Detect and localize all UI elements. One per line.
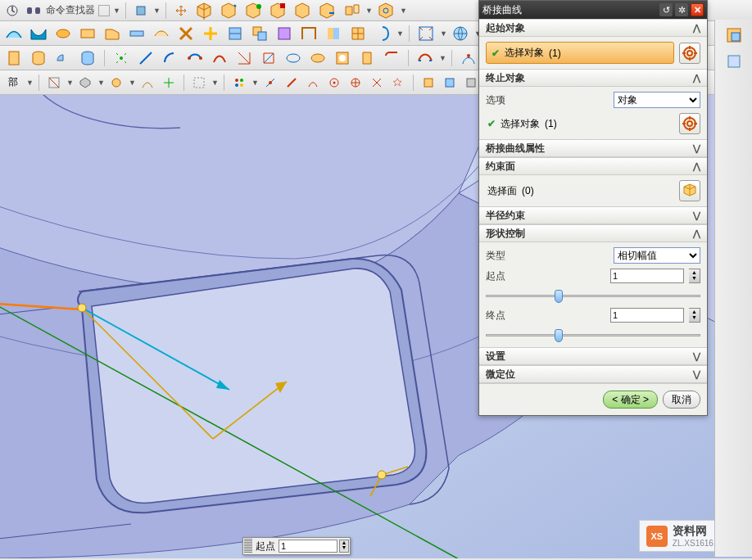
- panel-gear-icon[interactable]: ✲: [675, 3, 688, 16]
- disp3-icon[interactable]: [462, 74, 480, 92]
- endpt-spinner[interactable]: ▲▼: [689, 308, 700, 323]
- prim1-icon[interactable]: [3, 47, 25, 69]
- finder-dropdown[interactable]: ▼: [113, 7, 120, 15]
- surf7-icon[interactable]: [151, 23, 172, 44]
- curve6-icon[interactable]: [233, 47, 255, 69]
- curve10-icon[interactable]: [332, 47, 353, 69]
- endpt-slider[interactable]: [486, 327, 700, 342]
- sel6-icon[interactable]: [190, 74, 208, 92]
- cube2-icon[interactable]: [218, 0, 239, 21]
- surf14-icon[interactable]: [323, 23, 344, 44]
- startpt-slider[interactable]: [486, 288, 700, 303]
- float-value-input[interactable]: [279, 540, 337, 553]
- section-constraint-face[interactable]: 约束面 ⋀: [479, 157, 707, 175]
- cube6-icon[interactable]: [316, 0, 337, 21]
- type-select[interactable]: 相切幅值: [614, 247, 700, 264]
- surf5-icon[interactable]: [102, 23, 123, 44]
- float-start-input[interactable]: 起点 ▲▼: [242, 537, 351, 555]
- curve3-icon[interactable]: [160, 47, 181, 69]
- curve8-icon[interactable]: [283, 47, 304, 69]
- fit-dropdown[interactable]: ▼: [440, 29, 446, 38]
- surf-dropdown[interactable]: ▼: [396, 29, 403, 38]
- cube8-icon[interactable]: [375, 0, 396, 21]
- history-icon[interactable]: [3, 2, 21, 20]
- snap7-icon[interactable]: [368, 74, 386, 92]
- sel2-icon[interactable]: [76, 74, 94, 92]
- prim2-icon[interactable]: [28, 47, 49, 69]
- snap6-icon[interactable]: [347, 74, 365, 92]
- surf6-icon[interactable]: [126, 23, 147, 44]
- sel1-dd[interactable]: ▼: [66, 79, 73, 87]
- bridge-icon[interactable]: [415, 47, 436, 69]
- section-fine-position[interactable]: 微定位 ⋁: [479, 365, 707, 383]
- prim4-icon[interactable]: [77, 47, 98, 69]
- start-target-button[interactable]: [679, 43, 700, 64]
- face-select-object[interactable]: 选择面 (0): [486, 181, 579, 201]
- sel6-dd[interactable]: ▼: [211, 79, 218, 87]
- move-icon[interactable]: [172, 2, 190, 20]
- disp2-icon[interactable]: [441, 74, 459, 92]
- surf3-icon[interactable]: [52, 23, 74, 44]
- sel3-icon[interactable]: [107, 74, 125, 92]
- section-shape-control[interactable]: 形状控制 ⋀: [479, 224, 707, 242]
- surf4-icon[interactable]: [77, 23, 98, 44]
- end-target-button[interactable]: [679, 113, 700, 134]
- curve4-icon[interactable]: [184, 47, 206, 69]
- dock-icon-1[interactable]: [723, 25, 745, 46]
- cube8-dropdown[interactable]: ▼: [400, 7, 406, 15]
- sel1-icon[interactable]: [45, 74, 63, 92]
- curve11-icon[interactable]: [356, 47, 378, 69]
- surf10-icon[interactable]: [224, 23, 246, 44]
- surf11-icon[interactable]: [249, 23, 270, 44]
- cube7-icon[interactable]: [341, 0, 362, 21]
- section-radius-constraint[interactable]: 半径约束 ⋁: [479, 206, 707, 224]
- end-option-select[interactable]: 对象: [614, 92, 700, 108]
- sel2-dd[interactable]: ▼: [97, 79, 104, 87]
- surf2-icon[interactable]: [28, 23, 49, 44]
- snap4-icon[interactable]: [304, 74, 322, 92]
- curve9-icon[interactable]: [307, 47, 328, 69]
- section-bridge-props[interactable]: 桥接曲线属性 ⋁: [479, 139, 707, 157]
- cube4-icon[interactable]: [267, 0, 288, 21]
- float-spinner[interactable]: ▲▼: [339, 540, 349, 553]
- endpt-input[interactable]: [610, 308, 684, 323]
- surf15-icon[interactable]: [347, 23, 369, 44]
- tool-dropdown[interactable]: ▼: [153, 7, 160, 15]
- surf16-icon[interactable]: [372, 23, 393, 44]
- ok-button[interactable]: < 确定 >: [603, 391, 658, 409]
- snap1-dd[interactable]: ▼: [251, 79, 258, 87]
- curve5-icon[interactable]: [209, 47, 230, 69]
- sel3-dd[interactable]: ▼: [129, 79, 135, 87]
- face-pick-button[interactable]: [679, 180, 700, 201]
- startpt-input[interactable]: [610, 269, 684, 283]
- panel-close-icon[interactable]: ✕: [691, 3, 704, 16]
- cancel-button[interactable]: 取消: [663, 391, 700, 409]
- curve1-icon[interactable]: [111, 47, 132, 69]
- start-select-object[interactable]: ✔ 选择对象 (1): [486, 42, 674, 64]
- cube1-icon[interactable]: [193, 0, 215, 21]
- cube5-icon[interactable]: [292, 0, 313, 21]
- sel5-icon[interactable]: [160, 74, 178, 92]
- snap8-icon[interactable]: [389, 74, 407, 92]
- panel-reset-icon[interactable]: ↺: [659, 3, 673, 16]
- curve2-icon[interactable]: [135, 47, 156, 69]
- panel-titlebar[interactable]: 桥接曲线 ↺ ✲ ✕: [479, 1, 707, 19]
- left-tab-label[interactable]: 部: [3, 75, 23, 89]
- snap5-icon[interactable]: [325, 74, 343, 92]
- section-end-object[interactable]: 终止对象 ⋀: [479, 69, 707, 87]
- snap2-icon[interactable]: [261, 74, 279, 92]
- surf8-icon[interactable]: [175, 23, 197, 44]
- surf13-icon[interactable]: [298, 23, 319, 44]
- curve7-icon[interactable]: [258, 47, 279, 69]
- sel4-icon[interactable]: [138, 74, 156, 92]
- snap1-icon[interactable]: [230, 74, 248, 92]
- section-start-object[interactable]: 起始对象 ⋀: [479, 19, 707, 37]
- surf12-icon[interactable]: [274, 23, 295, 44]
- dock-icon-2[interactable]: [723, 51, 745, 72]
- snap3-icon[interactable]: [283, 74, 301, 92]
- startpt-spinner[interactable]: ▲▼: [689, 269, 700, 283]
- cube-dropdown[interactable]: ▼: [365, 7, 372, 15]
- edit1-icon[interactable]: [458, 47, 479, 69]
- tool-icon[interactable]: [132, 2, 150, 20]
- lefttab-dropdown[interactable]: ▼: [26, 79, 33, 87]
